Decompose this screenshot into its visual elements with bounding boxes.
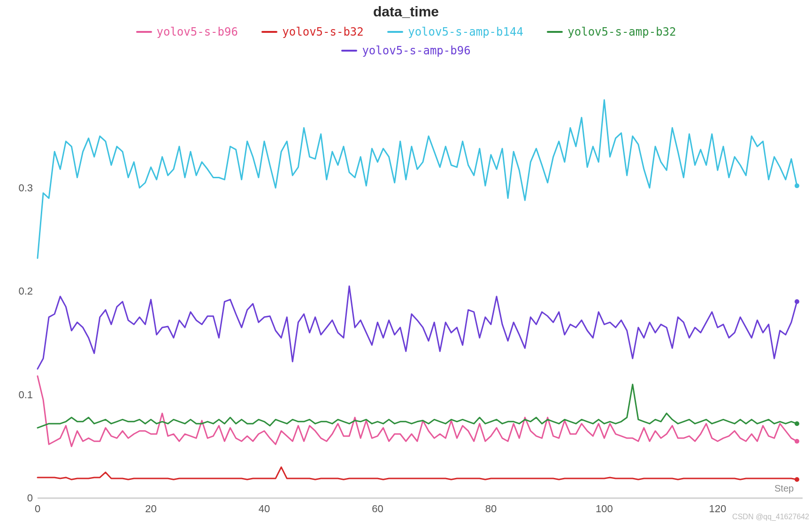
x-tick-label: 0 [35,503,40,515]
watermark: CSDN @qq_41627642 [732,513,809,521]
legend-item-amp-b32[interactable]: yolov5-s-amp-b32 [547,25,676,38]
series-end-dot [795,421,799,426]
legend-label: yolov5-s-amp-b96 [362,44,470,57]
legend-label: yolov5-s-b32 [282,25,363,38]
x-tick-label: 40 [259,503,270,515]
y-tick-label: 0.3 [5,182,33,194]
legend-item-amp-b96[interactable]: yolov5-s-amp-b96 [341,44,470,57]
legend-item-amp-b144[interactable]: yolov5-s-amp-b144 [387,25,523,38]
plot-area [38,84,803,498]
series-end-dot [795,183,799,188]
x-axis-label: Step [774,483,794,494]
legend-label: yolov5-s-amp-b144 [408,25,523,38]
series-end-dot [795,439,799,444]
legend-swatch [387,31,403,33]
x-tick-label: 60 [372,503,383,515]
series-end-dot [795,477,799,482]
x-tick-label: 20 [145,503,156,515]
legend-swatch [341,50,357,52]
series-line[interactable] [38,100,797,258]
series-line[interactable] [38,376,797,447]
series-line[interactable] [38,385,797,428]
chart-title: data_time [0,4,812,20]
series-line[interactable] [38,467,797,479]
x-tick-label: 80 [485,503,497,515]
series-end-dot [795,299,799,304]
y-tick-label: 0 [5,492,33,504]
legend-item-b96[interactable]: yolov5-s-b96 [136,25,238,38]
y-tick-label: 0.1 [5,389,33,401]
legend-swatch [547,31,563,33]
chart-container: data_time yolov5-s-b96 yolov5-s-b32 yolo… [0,0,812,523]
legend-swatch [136,31,152,33]
y-tick-label: 0.2 [5,285,33,297]
legend-item-b32[interactable]: yolov5-s-b32 [261,25,363,38]
chart-legend: yolov5-s-b96 yolov5-s-b32 yolov5-s-amp-b… [0,23,812,57]
legend-label: yolov5-s-b96 [157,25,238,38]
legend-label: yolov5-s-amp-b32 [567,25,676,38]
x-tick-label: 120 [709,503,727,515]
series-line[interactable] [38,286,797,369]
x-tick-label: 100 [596,503,613,515]
plot-svg [38,84,803,498]
legend-swatch [261,31,277,33]
